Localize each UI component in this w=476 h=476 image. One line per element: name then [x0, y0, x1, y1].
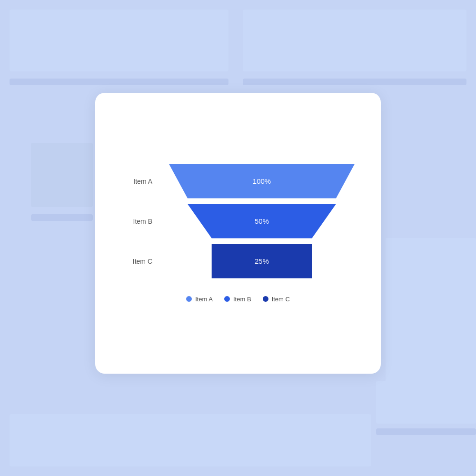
funnel-value-c: 25% — [255, 257, 269, 265]
legend-label-a: Item A — [195, 296, 213, 303]
funnel-bar-b: 50% — [169, 204, 355, 238]
legend-label-c: Item C — [272, 296, 290, 303]
funnel-chart: Item A 100% Item B 50% Item C 25% — [114, 164, 362, 303]
funnel-label-a: Item A — [114, 178, 152, 185]
funnel-row-a: Item A 100% — [114, 164, 362, 198]
bg-decoration-5 — [31, 143, 93, 207]
funnel-label-c: Item C — [114, 258, 152, 265]
funnel-bar-c: 25% — [169, 244, 355, 278]
legend-item-a: Item A — [186, 296, 213, 303]
funnel-row-c: Item C 25% — [114, 244, 362, 278]
bg-decoration-6 — [31, 214, 93, 221]
legend-dot-a — [186, 296, 192, 302]
chart-card: Item A 100% Item B 50% Item C 25% — [95, 93, 381, 374]
funnel-bar-wrapper-a: 100% — [162, 164, 362, 198]
bg-decoration-8 — [376, 428, 476, 435]
bg-decoration-9 — [386, 238, 476, 409]
legend-label-b: Item B — [233, 296, 251, 303]
funnel-label-b: Item B — [114, 218, 152, 225]
funnel-bar-wrapper-b: 50% — [162, 204, 362, 238]
bg-decoration-1 — [10, 10, 228, 71]
funnel-value-b: 50% — [255, 217, 269, 225]
bg-decoration-10 — [10, 414, 371, 466]
funnel-row-b: Item B 50% — [114, 204, 362, 238]
bg-decoration-2 — [243, 10, 466, 71]
funnel-bar-wrapper-c: 25% — [162, 244, 362, 278]
legend-item-b: Item B — [224, 296, 251, 303]
legend-dot-b — [224, 296, 230, 302]
bg-decoration-3 — [10, 79, 228, 85]
funnel-bar-a: 100% — [169, 164, 355, 198]
chart-legend: Item A Item B Item C — [186, 296, 290, 303]
legend-item-c: Item C — [263, 296, 290, 303]
bg-decoration-4 — [243, 79, 466, 85]
legend-dot-c — [263, 296, 268, 302]
funnel-value-a: 100% — [253, 177, 271, 185]
